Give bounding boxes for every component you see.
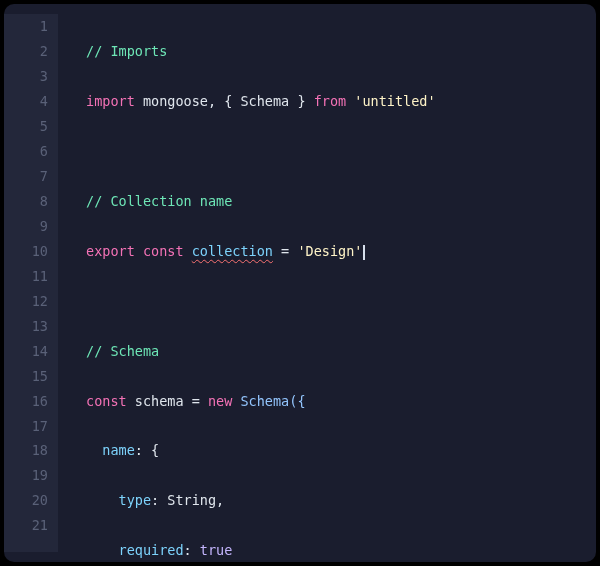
literal-true: true: [200, 542, 233, 558]
line-number-gutter: 1 2 3 4 5 6 7 8 9 10 11 12 13 14 15 16 1…: [4, 14, 58, 552]
code-line: // Collection name: [86, 189, 484, 214]
code-area[interactable]: // Imports import mongoose, { Schema } f…: [58, 14, 484, 552]
line-number: 16: [18, 389, 48, 414]
keyword-new: new: [208, 393, 232, 409]
code-line: // Imports: [86, 39, 484, 64]
line-number: 5: [18, 114, 48, 139]
line-number: 4: [18, 89, 48, 114]
line-number: 19: [18, 463, 48, 488]
type-string: String: [167, 492, 216, 508]
code-line: type: String,: [86, 488, 484, 513]
line-number: 21: [18, 513, 48, 538]
line-number: 10: [18, 239, 48, 264]
code-line: required: true: [86, 538, 484, 562]
line-number: 3: [18, 64, 48, 89]
line-number: 17: [18, 414, 48, 439]
property-type: type: [119, 492, 152, 508]
line-number: 12: [18, 289, 48, 314]
line-number: 13: [18, 314, 48, 339]
comment: // Collection name: [86, 193, 232, 209]
keyword-const: const: [143, 243, 184, 259]
keyword-const: const: [86, 393, 127, 409]
code-line: const schema = new Schema({: [86, 389, 484, 414]
code-line: name: {: [86, 438, 484, 463]
text-cursor: [363, 245, 365, 260]
identifier: mongoose: [143, 93, 208, 109]
string-literal: 'untitled': [354, 93, 435, 109]
property-required: required: [119, 542, 184, 558]
code-line: // Schema: [86, 339, 484, 364]
keyword-from: from: [314, 93, 347, 109]
line-number: 15: [18, 364, 48, 389]
line-number: 6: [18, 139, 48, 164]
line-number: 2: [18, 39, 48, 64]
comment: // Imports: [86, 43, 167, 59]
line-number: 20: [18, 488, 48, 513]
keyword-import: import: [86, 93, 135, 109]
line-number: 11: [18, 264, 48, 289]
code-line: export const collection = 'Design': [86, 239, 484, 264]
identifier: schema: [135, 393, 184, 409]
code-editor: 1 2 3 4 5 6 7 8 9 10 11 12 13 14 15 16 1…: [4, 4, 596, 562]
identifier: Schema: [240, 93, 289, 109]
line-number: 7: [18, 164, 48, 189]
line-number: 8: [18, 189, 48, 214]
class-constructor: Schema({: [240, 393, 305, 409]
string-literal: 'Design': [297, 243, 362, 259]
comment: // Schema: [86, 343, 159, 359]
line-number: 9: [18, 214, 48, 239]
code-line: [86, 289, 484, 314]
identifier-collection: collection: [192, 243, 273, 259]
keyword-export: export: [86, 243, 135, 259]
code-line: import mongoose, { Schema } from 'untitl…: [86, 89, 484, 114]
line-number: 18: [18, 438, 48, 463]
code-line: [86, 139, 484, 164]
line-number: 14: [18, 339, 48, 364]
property-name: name: [102, 442, 135, 458]
line-number: 1: [18, 14, 48, 39]
